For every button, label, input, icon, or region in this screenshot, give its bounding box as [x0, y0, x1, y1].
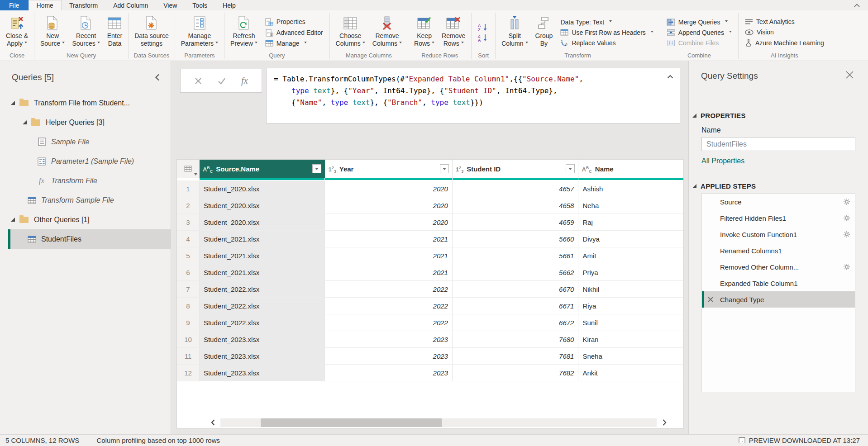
cell-student-id[interactable]: 4657: [453, 180, 579, 197]
cell-student-id[interactable]: 4658: [453, 197, 579, 214]
step-removed-other-columns[interactable]: Removed Other Column...: [702, 259, 855, 275]
cell-source-name[interactable]: Student_2021.xlsx: [200, 231, 325, 247]
keep-rows-button[interactable]: KeepRows: [410, 13, 438, 52]
applied-steps-section-header[interactable]: APPLIED STEPS: [692, 182, 756, 190]
query-item-sample-file[interactable]: Sample File: [0, 132, 171, 152]
row-number[interactable]: 8: [177, 298, 200, 314]
sort-descending-button[interactable]: ZA: [477, 34, 489, 42]
refresh-preview-button[interactable]: RefreshPreview: [227, 13, 261, 52]
cell-source-name[interactable]: Student_2021.xlsx: [200, 247, 325, 264]
cell-source-name[interactable]: Student_2023.xlsx: [200, 365, 325, 381]
cell-name[interactable]: Kiran: [578, 331, 683, 347]
commit-formula-icon[interactable]: [217, 77, 226, 85]
cell-name[interactable]: Ashish: [578, 180, 683, 197]
use-first-row-button[interactable]: Use First Row as Headers: [558, 28, 655, 37]
properties-section-header[interactable]: PROPERTIES: [692, 112, 746, 119]
row-number[interactable]: 1: [177, 180, 200, 197]
column-header-student-id[interactable]: 123 Student ID: [453, 160, 579, 178]
data-source-settings-button[interactable]: Data sourcesettings: [131, 13, 172, 52]
row-number[interactable]: 11: [177, 348, 200, 364]
new-source-button[interactable]: NewSource: [37, 13, 68, 52]
properties-button[interactable]: Properties: [263, 18, 325, 26]
collapse-formula-icon[interactable]: [667, 75, 673, 79]
replace-values-button[interactable]: 12 Replace Values: [558, 39, 655, 47]
cell-student-id[interactable]: 6672: [453, 314, 579, 331]
cell-year[interactable]: 2020: [325, 197, 452, 214]
close-apply-button[interactable]: Close &Apply: [2, 13, 32, 52]
row-number[interactable]: 10: [177, 331, 200, 347]
all-properties-link[interactable]: All Properties: [701, 157, 744, 165]
scroll-right-icon[interactable]: [659, 418, 669, 427]
cell-source-name[interactable]: Student_2020.xlsx: [200, 214, 325, 230]
cell-year[interactable]: 2021: [325, 231, 452, 247]
column-header-year[interactable]: 123 Year: [325, 160, 452, 178]
cell-source-name[interactable]: Student_2020.xlsx: [200, 180, 325, 197]
remove-columns-button[interactable]: RemoveColumns: [369, 13, 405, 52]
gear-icon[interactable]: [843, 198, 850, 205]
text-analytics-button[interactable]: Text Analytics: [743, 18, 826, 26]
cell-student-id[interactable]: 7681: [453, 348, 579, 364]
tab-view[interactable]: View: [156, 0, 185, 10]
horizontal-scrollbar-thumb[interactable]: [261, 418, 442, 427]
row-number[interactable]: 3: [177, 214, 200, 230]
column-header-source-name[interactable]: ABC Source.Name: [200, 160, 325, 178]
cell-year[interactable]: 2023: [325, 348, 452, 364]
cell-year[interactable]: 2023: [325, 331, 452, 347]
cell-name[interactable]: Raj: [578, 214, 683, 230]
combine-files-button[interactable]: Combine Files: [664, 39, 734, 47]
cell-student-id[interactable]: 6670: [453, 281, 579, 297]
tab-file[interactable]: File: [0, 0, 29, 10]
cell-year[interactable]: 2021: [325, 247, 452, 264]
select-all-cell[interactable]: [177, 160, 200, 178]
query-name-input[interactable]: [701, 137, 855, 151]
cell-student-id[interactable]: 7680: [453, 331, 579, 347]
cancel-formula-icon[interactable]: [194, 77, 202, 85]
row-number[interactable]: 2: [177, 197, 200, 214]
cell-source-name[interactable]: Student_2022.xlsx: [200, 281, 325, 297]
tab-add-column[interactable]: Add Column: [105, 0, 156, 10]
cell-name[interactable]: Nikhil: [578, 281, 683, 297]
cell-name[interactable]: Sunil: [578, 314, 683, 331]
formula-bar[interactable]: = Table.TransformColumnTypes(#"Expanded …: [266, 68, 680, 123]
cell-name[interactable]: Neha: [578, 197, 683, 214]
delete-step-icon[interactable]: [707, 296, 714, 303]
cell-student-id[interactable]: 6671: [453, 298, 579, 314]
row-number[interactable]: 9: [177, 314, 200, 331]
filter-dropdown-button[interactable]: [312, 164, 321, 173]
gear-icon[interactable]: [843, 214, 850, 222]
cell-source-name[interactable]: Student_2022.xlsx: [200, 298, 325, 314]
chevron-up-icon[interactable]: [846, 0, 868, 10]
cell-name[interactable]: Riya: [578, 298, 683, 314]
cell-student-id[interactable]: 5661: [453, 247, 579, 264]
filter-dropdown-button[interactable]: [566, 164, 575, 173]
query-folder-other-queries[interactable]: Other Queries [1]: [0, 210, 171, 229]
row-number[interactable]: 5: [177, 247, 200, 264]
cell-name[interactable]: Amit: [578, 247, 683, 264]
vision-button[interactable]: Vision: [743, 28, 826, 36]
cell-year[interactable]: 2020: [325, 214, 452, 230]
expand-triangle-icon[interactable]: [11, 218, 15, 222]
row-number[interactable]: 6: [177, 264, 200, 280]
choose-columns-button[interactable]: ChooseColumns: [332, 13, 369, 52]
step-invoke-custom-function[interactable]: Invoke Custom Function1: [702, 226, 855, 242]
tab-transform[interactable]: Transform: [62, 0, 105, 10]
step-changed-type[interactable]: Changed Type: [702, 291, 855, 308]
column-header-name[interactable]: ABC Name: [578, 160, 683, 178]
advanced-editor-button[interactable]: Advanced Editor: [263, 28, 325, 37]
cell-student-id[interactable]: 7682: [453, 365, 579, 381]
cell-source-name[interactable]: Student_2023.xlsx: [200, 348, 325, 364]
step-renamed-columns[interactable]: Renamed Columns1: [702, 242, 855, 259]
step-filtered-hidden-files[interactable]: Filtered Hidden Files1: [702, 210, 855, 226]
cell-name[interactable]: Divya: [578, 231, 683, 247]
cell-student-id[interactable]: 4659: [453, 214, 579, 230]
query-folder-helper-queries[interactable]: Helper Queries [3]: [0, 113, 171, 132]
gear-icon[interactable]: [843, 263, 850, 270]
split-column-button[interactable]: SplitColumn: [498, 13, 531, 52]
cell-source-name[interactable]: Student_2020.xlsx: [200, 197, 325, 214]
filter-dropdown-button[interactable]: [440, 164, 449, 173]
data-type-button[interactable]: Data Type: Text: [558, 18, 655, 26]
cell-year[interactable]: 2020: [325, 180, 452, 197]
group-by-button[interactable]: GroupBy: [532, 13, 557, 52]
cell-student-id[interactable]: 5660: [453, 231, 579, 247]
query-item-transform-sample-file[interactable]: Transform Sample File: [0, 190, 171, 210]
